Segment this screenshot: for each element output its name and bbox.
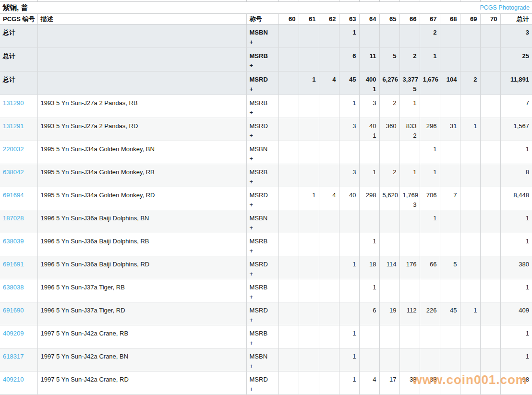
grade-count-cell — [460, 348, 480, 371]
column-header-grade: 65 — [379, 14, 399, 24]
column-header-grade: 69 — [460, 14, 480, 24]
grade-count-cell — [339, 141, 359, 164]
grade-count-cell — [319, 348, 339, 371]
grade-count-cell: 1 — [359, 164, 379, 187]
grade-count-cell: 104 — [440, 72, 460, 95]
total-row: 总计MSBN+123 — [0, 24, 532, 48]
designation-cell: MSRB+ — [246, 279, 278, 302]
column-header-grade: 67 — [420, 14, 440, 24]
pcgs-number-link[interactable]: 638038 — [3, 284, 24, 291]
grade-count-cell — [319, 95, 339, 118]
grade-count-cell — [278, 210, 299, 233]
pcgs-number-link[interactable]: 131290 — [3, 99, 24, 107]
grade-count-cell: 38 — [399, 371, 420, 395]
grade-count-cell — [278, 118, 299, 141]
grade-count-cell — [460, 371, 480, 395]
designation-cell: MSBN+ — [246, 24, 278, 48]
grade-count-cell: 45 — [339, 72, 359, 95]
grade-count-cell: 3,3775 — [399, 72, 420, 95]
grade-count-cell — [278, 279, 299, 302]
row-total-cell: 11,891 — [500, 72, 532, 95]
grade-count-cell — [278, 141, 299, 164]
grade-count-cell: 1 — [339, 371, 359, 395]
grade-count-cell — [299, 164, 319, 187]
pcgs-number-cell: 409209 — [0, 325, 37, 348]
row-total-cell: 409 — [500, 302, 532, 325]
description-cell: 1997 5 Yn Sun-J42a Crane, RD — [37, 371, 246, 395]
table-row: 1312901993 5 Yn Sun-J27a 2 Pandas, RBMSR… — [0, 95, 532, 118]
pcgs-number-link[interactable]: 187028 — [3, 215, 24, 222]
grade-count-cell — [319, 141, 339, 164]
grade-count-cell: 6 — [359, 302, 379, 325]
grade-count-cell: 31 — [440, 118, 460, 141]
pcgs-photograde-link[interactable]: PCGS Photograde — [480, 4, 530, 11]
table-row: 4092101997 5 Yn Sun-J42a Crane, RDMSRD+1… — [0, 371, 532, 395]
grade-count-cell: 5,620 — [379, 187, 399, 210]
grade-count-cell — [480, 233, 500, 256]
table-row: 2200321995 5 Yn Sun-J34a Golden Monkey, … — [0, 141, 532, 164]
grade-count-cell: 176 — [399, 256, 420, 279]
grade-count-cell — [460, 141, 480, 164]
grade-count-cell — [319, 302, 339, 325]
grade-count-cell — [480, 279, 500, 302]
column-header-grade: 63 — [339, 14, 359, 24]
pcgs-number-link[interactable]: 638039 — [3, 238, 24, 245]
table-row: 1870281996 5 Yn Sun-J36a Baiji Dolphins,… — [0, 210, 532, 233]
grade-count-cell: 1 — [339, 325, 359, 348]
pcgs-number-link[interactable]: 638042 — [3, 168, 24, 176]
grade-count-cell — [480, 210, 500, 233]
grade-count-cell — [480, 118, 500, 141]
row-total-cell: 3 — [500, 24, 532, 48]
pcgs-number-link[interactable]: 409210 — [3, 376, 24, 383]
grade-count-cell: 2 — [420, 24, 440, 48]
grade-count-cell: 1 — [420, 164, 440, 187]
grade-count-cell: 1 — [420, 141, 440, 164]
grade-count-cell — [299, 95, 319, 118]
pcgs-number-cell: 691694 — [0, 187, 37, 210]
description-cell: 1996 5 Yn Sun-J37a Tiger, RD — [37, 302, 246, 325]
grade-count-cell — [460, 24, 480, 48]
designation-cell: MSBN+ — [246, 141, 278, 164]
table-header-row: PCGS 编号 描述 称号 6061626364656667686970总计 — [0, 14, 532, 24]
grade-count-cell — [440, 279, 460, 302]
grade-count-cell — [278, 325, 299, 348]
pcgs-number-link[interactable]: 131291 — [3, 122, 24, 130]
grade-count-cell — [278, 164, 299, 187]
grade-count-cell — [319, 210, 339, 233]
pcgs-number-link[interactable]: 409209 — [3, 330, 24, 337]
grade-count-cell — [339, 279, 359, 302]
grade-count-cell: 1,676 — [420, 72, 440, 95]
designation-cell: MSRB+ — [246, 164, 278, 187]
pcgs-number-link[interactable]: 220032 — [3, 145, 24, 153]
description-cell: 1995 5 Yn Sun-J34a Golden Monkey, RB — [37, 164, 246, 187]
description-cell: 1996 5 Yn Sun-J36a Baiji Dolphins, RB — [37, 233, 246, 256]
column-header-designation: 称号 — [246, 14, 278, 24]
grade-count-cell — [480, 72, 500, 95]
grade-count-cell: 1 — [339, 95, 359, 118]
description-cell — [37, 24, 246, 48]
pcgs-number-link[interactable]: 691690 — [3, 307, 24, 314]
grade-count-cell: 7 — [440, 187, 460, 210]
grade-count-cell — [359, 210, 379, 233]
description-cell — [37, 48, 246, 72]
grade-count-cell — [299, 210, 319, 233]
grade-count-cell: 6,276 — [379, 72, 399, 95]
total-row-label: 总计 — [3, 29, 15, 36]
grade-count-cell: 1 — [399, 164, 420, 187]
grade-count-cell — [420, 95, 440, 118]
row-total-cell: 1 — [500, 141, 532, 164]
grade-count-cell — [339, 233, 359, 256]
row-total-cell: 8,448 — [500, 187, 532, 210]
grade-count-cell — [480, 256, 500, 279]
grade-count-cell — [319, 371, 339, 395]
pcgs-number-link[interactable]: 618317 — [3, 353, 24, 360]
grade-count-cell — [278, 256, 299, 279]
designation-cell: MSRD+ — [246, 302, 278, 325]
grade-count-cell — [379, 325, 399, 348]
grade-count-cell — [278, 95, 299, 118]
column-header-total: 总计 — [500, 14, 532, 24]
total-row-label: 总计 — [3, 52, 15, 60]
column-header-grade: 62 — [319, 14, 339, 24]
pcgs-number-link[interactable]: 691694 — [3, 192, 24, 199]
pcgs-number-link[interactable]: 691691 — [3, 261, 24, 268]
